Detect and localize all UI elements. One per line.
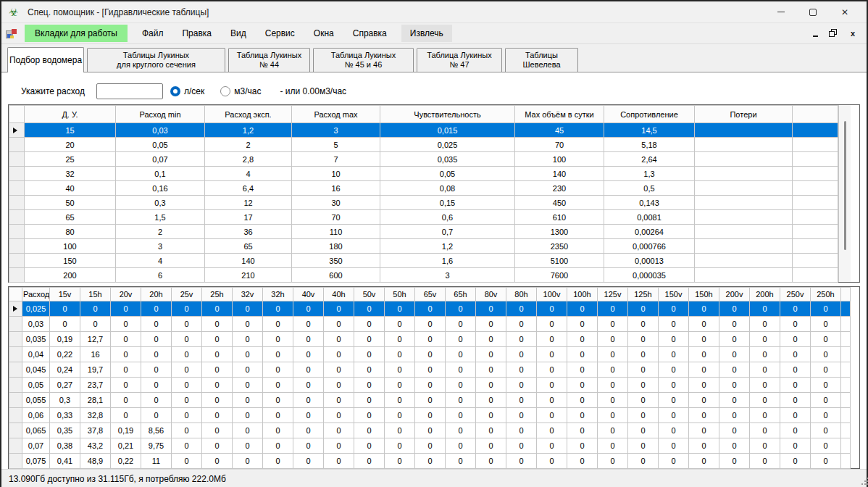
table-cell[interactable]: 0 <box>111 378 141 393</box>
table-cell[interactable]: 0 <box>811 378 841 393</box>
table-row[interactable]: 250,072,870,0351002,64 <box>9 152 838 167</box>
table-cell[interactable]: 0 <box>689 362 719 378</box>
table-cell[interactable]: 0 <box>689 393 719 408</box>
row-selector[interactable] <box>9 138 25 152</box>
table-cell[interactable]: 12 <box>205 196 292 210</box>
table-cell[interactable]: 0 <box>293 378 324 393</box>
table-cell[interactable]: 0 <box>598 378 628 393</box>
table-cell[interactable]: 0 <box>628 438 659 454</box>
table-row[interactable]: 0,0300000000000000000000000000 <box>9 317 851 332</box>
column-header[interactable]: 20v <box>111 288 141 301</box>
table-cell[interactable]: 0 <box>719 408 750 423</box>
table-cell[interactable]: 0 <box>719 454 750 469</box>
table-cell[interactable]: 0 <box>598 454 628 469</box>
column-header[interactable]: 150h <box>689 288 719 301</box>
table-cell[interactable]: 0 <box>719 317 750 332</box>
table-cell[interactable]: 2 <box>205 138 292 152</box>
table-cell[interactable]: 0,00264 <box>604 225 695 239</box>
table-cell[interactable]: 0 <box>111 332 141 347</box>
table-row[interactable]: 0,0650,3537,80,198,560000000000000000000… <box>9 423 851 438</box>
table-cell[interactable]: 0 <box>659 362 689 378</box>
table-cell[interactable]: 14,5 <box>604 123 695 138</box>
table-row[interactable]: 2006210600376000,000035 <box>9 268 838 283</box>
table-cell[interactable]: 0 <box>567 454 598 469</box>
table-cell[interactable]: 0 <box>811 408 841 423</box>
table-cell[interactable]: 0 <box>263 408 293 423</box>
table-cell[interactable]: 0 <box>628 454 659 469</box>
table-cell[interactable]: 600 <box>292 268 380 283</box>
column-header[interactable]: 40v <box>293 288 324 301</box>
table-cell[interactable]: 0,035 <box>380 152 515 167</box>
table-cell[interactable]: 210 <box>205 268 292 283</box>
column-header[interactable]: 25h <box>202 288 233 301</box>
table-cell[interactable]: 0,1 <box>116 167 205 181</box>
table-cell[interactable]: 0 <box>324 438 354 454</box>
column-header[interactable]: Мах объём в сутки <box>515 106 604 123</box>
row-selector[interactable] <box>9 152 25 167</box>
table-cell[interactable]: 3 <box>292 123 380 138</box>
table-cell[interactable]: 0 <box>780 317 811 332</box>
flow-rate-input[interactable] <box>96 83 163 99</box>
table-cell[interactable]: 0 <box>567 438 598 454</box>
table-cell[interactable]: 70 <box>515 138 604 152</box>
table-cell[interactable]: 0 <box>628 423 659 438</box>
table-cell[interactable]: 50 <box>25 196 116 210</box>
table-cell[interactable]: 0 <box>172 393 202 408</box>
table-cell[interactable]: 0 <box>750 408 780 423</box>
table-cell[interactable]: 0 <box>811 454 841 469</box>
table-cell[interactable]: 0 <box>598 317 628 332</box>
table-cell[interactable]: 0,06 <box>22 408 50 423</box>
table-cell[interactable]: 4 <box>205 167 292 181</box>
table-cell[interactable]: 0 <box>476 454 506 469</box>
table-cell[interactable]: 0 <box>750 362 780 378</box>
table-cell[interactable]: 0 <box>385 408 415 423</box>
table-cell[interactable]: 0 <box>172 378 202 393</box>
table-cell[interactable]: 200 <box>25 268 116 283</box>
table-cell[interactable]: 0 <box>141 301 172 317</box>
row-selector[interactable] <box>9 408 22 423</box>
table-cell[interactable]: 0,05 <box>116 138 205 152</box>
table-cell[interactable]: 0 <box>689 423 719 438</box>
table-cell[interactable]: 0 <box>354 347 385 362</box>
table-cell[interactable]: 0 <box>446 301 476 317</box>
table-cell[interactable]: 0 <box>476 393 506 408</box>
table-cell[interactable]: 0 <box>415 454 446 469</box>
table-cell[interactable]: 4 <box>116 254 205 268</box>
table-cell[interactable]: 0 <box>537 393 567 408</box>
table-cell[interactable]: 0 <box>811 317 841 332</box>
radio-group-m3h[interactable]: м3/час <box>220 86 261 96</box>
table-row[interactable]: 150,031,230,0154514,5 <box>9 123 838 138</box>
table-cell[interactable]: 0 <box>780 438 811 454</box>
table-cell[interactable]: 23,7 <box>80 378 111 393</box>
table-cell[interactable]: 0 <box>780 454 811 469</box>
table-cell[interactable]: 0 <box>354 393 385 408</box>
row-selector[interactable] <box>9 210 25 225</box>
table-cell[interactable]: 5100 <box>515 254 604 268</box>
table-cell[interactable]: 0 <box>263 378 293 393</box>
table-cell[interactable]: 0,22 <box>111 454 141 469</box>
menu-item-edit[interactable]: Правка <box>173 25 220 42</box>
table-cell[interactable]: 0 <box>537 378 567 393</box>
table-cell[interactable]: 0 <box>293 301 324 317</box>
column-header[interactable]: 100v <box>537 288 567 301</box>
column-header[interactable]: 80h <box>506 288 537 301</box>
table-cell[interactable]: 0,055 <box>22 393 50 408</box>
table-cell[interactable]: 0 <box>415 378 446 393</box>
table-cell[interactable]: 0 <box>567 317 598 332</box>
table-cell[interactable]: 0 <box>263 301 293 317</box>
table-cell[interactable]: 25 <box>25 152 116 167</box>
table-cell[interactable]: 0 <box>506 347 537 362</box>
table-cell[interactable]: 0 <box>628 408 659 423</box>
table-cell[interactable]: 0 <box>415 362 446 378</box>
table-cell[interactable]: 0 <box>537 408 567 423</box>
table-cell[interactable]: 0,16 <box>116 181 205 196</box>
table-cell[interactable]: 0 <box>628 301 659 317</box>
row-selector[interactable] <box>9 181 25 196</box>
table-cell[interactable]: 0 <box>719 378 750 393</box>
table-cell[interactable]: 0 <box>293 454 324 469</box>
table-cell[interactable]: 0,00013 <box>604 254 695 268</box>
row-selector[interactable] <box>9 239 25 254</box>
table-cell[interactable]: 0,3 <box>116 196 205 210</box>
table-cell[interactable]: 30 <box>292 196 380 210</box>
tab-lukin-tables-round-section[interactable]: Таблицы Лукиных для круглого сечения <box>87 48 225 72</box>
